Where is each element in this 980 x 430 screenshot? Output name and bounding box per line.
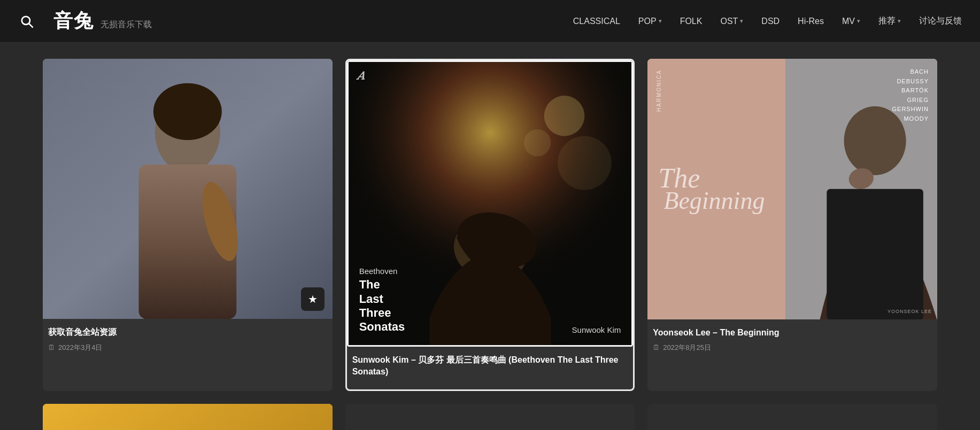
harmonica-label: HARMONICA <box>656 69 662 112</box>
card-featured-date: 🗓 2022年3月4日 <box>48 343 327 353</box>
svg-rect-21 <box>43 404 333 430</box>
violinist-bg <box>43 59 333 319</box>
beginning-title-overlay: The Beginning <box>647 59 821 319</box>
card-rising-image: RISING w/ THE CROSSING The Crossing (liv… <box>43 404 333 430</box>
card-beginning-date: 🗓 2022年8月25日 <box>653 343 932 353</box>
main-content: ★ 获取音兔全站资源 🗓 2022年3月4日 <box>0 43 980 430</box>
card-beginning[interactable]: BACH DEBUSSY BARTÓK GRIEG GERSHWIN MOODY… <box>647 59 937 391</box>
nav-item-dsd[interactable]: DSD <box>754 12 787 30</box>
calendar-icon: 🗓 <box>48 343 55 351</box>
svg-line-1 <box>29 24 33 27</box>
logo-title: 音兔 <box>53 8 94 34</box>
header: 音兔 无损音乐下载 CLASSICALPOP ▾FOLKOST ▾DSDHi-R… <box>0 0 980 43</box>
chevron-down-icon: ▾ <box>898 18 901 25</box>
nav-item-ost[interactable]: OST ▾ <box>713 12 751 30</box>
card-beginning-title: Yoonseok Lee – The Beginning <box>653 327 932 339</box>
svg-point-13 <box>524 129 551 156</box>
svg-point-6 <box>153 83 222 140</box>
chevron-down-icon: ▾ <box>659 18 662 25</box>
card-placeholder-2 <box>345 404 635 430</box>
card-placeholder-3 <box>647 404 937 430</box>
nav-item-hires[interactable]: Hi-Res <box>790 12 831 30</box>
card-beginning-image: BACH DEBUSSY BARTÓK GRIEG GERSHWIN MOODY… <box>647 59 937 319</box>
nav-item-[interactable]: 讨论与反馈 <box>912 11 969 31</box>
svg-point-14 <box>558 136 612 190</box>
chevron-down-icon: ▾ <box>857 18 860 25</box>
svg-rect-19 <box>827 189 924 319</box>
nav-item-[interactable]: 推荐 ▾ <box>871 11 908 31</box>
beginning-composers: BACH DEBUSSY BARTÓK GRIEG GERSHWIN MOODY <box>892 67 929 124</box>
cards-grid: ★ 获取音兔全站资源 🗓 2022年3月4日 <box>43 59 937 391</box>
nav-item-folk[interactable]: FOLK <box>673 12 710 30</box>
card-beginning-info: Yoonseok Lee – The Beginning 🗓 2022年8月25… <box>647 319 937 360</box>
cards-grid-row2: RISING w/ THE CROSSING The Crossing (liv… <box>43 404 937 430</box>
logo-a: 𝐴 <box>357 69 365 82</box>
beethoven-text-left: Beethoven The Last Three Sonatas <box>359 267 405 334</box>
card-beethoven-info: Sunwook Kim – 贝多芬 最后三首奏鸣曲 (Beethoven The… <box>347 347 634 390</box>
nav-item-mv[interactable]: MV ▾ <box>835 12 868 30</box>
card-featured-image: ★ <box>43 59 333 319</box>
logo-subtitle: 无损音乐下载 <box>101 19 152 30</box>
star-badge: ★ <box>301 287 325 311</box>
svg-point-12 <box>544 96 584 136</box>
main-nav: CLASSICALPOP ▾FOLKOST ▾DSDHi-ResMV ▾推荐 ▾… <box>566 11 969 31</box>
card-rising[interactable]: RISING w/ THE CROSSING The Crossing (liv… <box>43 404 333 430</box>
card-featured-info: 获取音兔全站资源 🗓 2022年3月4日 <box>43 319 333 359</box>
search-button[interactable] <box>11 0 43 43</box>
nav-item-classical[interactable]: CLASSICAL <box>566 12 628 30</box>
chevron-down-icon: ▾ <box>740 18 743 25</box>
card-beethoven-title: Sunwook Kim – 贝多芬 最后三首奏鸣曲 (Beethoven The… <box>352 354 628 378</box>
logo-area: 音兔 无损音乐下载 <box>53 8 152 34</box>
album-lines: The Last Three Sonatas <box>359 278 405 334</box>
card-featured-title: 获取音兔全站资源 <box>48 326 327 338</box>
yoonseok-label: YOONSEOK LEE <box>888 309 932 314</box>
calendar-icon-2: 🗓 <box>653 343 660 351</box>
card-beethoven[interactable]: 𝐴 Beethoven The Last Three Sonatas Sunwo… <box>345 59 635 391</box>
nav-item-pop[interactable]: POP ▾ <box>631 12 669 30</box>
card-featured[interactable]: ★ 获取音兔全站资源 🗓 2022年3月4日 <box>43 59 333 391</box>
card-beethoven-image: 𝐴 Beethoven The Last Three Sonatas Sunwo… <box>347 60 634 347</box>
beethoven-artist: Sunwook Kim <box>572 325 621 334</box>
